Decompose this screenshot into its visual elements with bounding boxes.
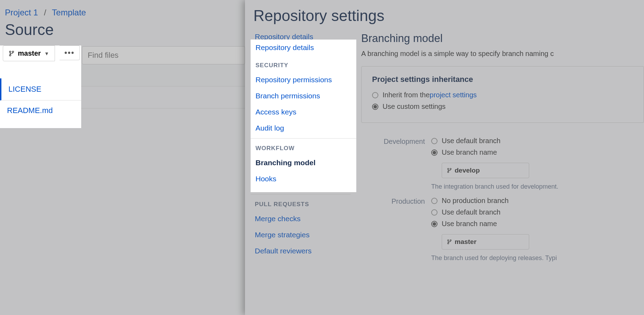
sidebar-item-merge-checks[interactable]: Merge checks — [251, 211, 351, 227]
radio-icon — [431, 221, 438, 227]
more-actions-button[interactable]: ••• — [55, 47, 75, 64]
sidebar-item-hooks[interactable]: Hooks — [251, 160, 351, 176]
breadcrumb-sep: / — [44, 8, 46, 17]
radio-icon — [372, 92, 378, 98]
development-label: Development — [361, 137, 431, 146]
prod-use-default[interactable]: Use default branch — [431, 208, 644, 216]
sidebar-item-access-keys[interactable]: Access keys — [251, 93, 351, 109]
project-settings-link[interactable]: project settings — [430, 91, 477, 99]
settings-sidebar: Repository details SECURITY Repository p… — [245, 29, 351, 266]
dev-branch-select[interactable]: develop — [442, 163, 529, 178]
file-list-item[interactable]: LICENSE — [0, 64, 245, 86]
sidebar-item-branch-permissions[interactable]: Branch permissions — [251, 77, 351, 93]
source-view: Project 1 / Template Source master ▼ •••… — [0, 0, 245, 315]
sidebar-item-audit-log[interactable]: Audit log — [251, 109, 351, 125]
prod-opt3-label: Use branch name — [442, 220, 497, 228]
radio-icon — [372, 104, 378, 110]
sidebar-item-branching-model[interactable]: Branching model — [251, 144, 351, 160]
branching-model-title: Branching model — [361, 32, 644, 45]
breadcrumb-project[interactable]: Project 1 — [5, 8, 38, 17]
sidebar-header-security: SECURITY — [251, 45, 351, 61]
radio-icon — [431, 149, 438, 156]
repository-settings-panel: Repository settings Repository details S… — [245, 0, 644, 315]
radio-icon — [431, 138, 438, 144]
prod-opt2-label: Use default branch — [442, 208, 500, 216]
inherit-opt2-label: Use custom settings — [383, 103, 446, 111]
chevron-down-icon: ▼ — [44, 52, 49, 58]
page-title: Source — [0, 18, 245, 38]
sidebar-header-workflow: WORKFLOW — [251, 127, 351, 144]
dev-opt1-label: Use default branch — [442, 137, 500, 145]
file-list: LICENSE README.md — [0, 64, 245, 108]
sidebar-item-repo-permissions[interactable]: Repository permissions — [251, 61, 351, 77]
dev-use-default[interactable]: Use default branch — [431, 137, 644, 145]
branch-selector-label: master — [18, 51, 41, 59]
prod-help-text: The branch used for deploying releases. … — [431, 254, 644, 262]
sidebar-item-repo-details[interactable]: Repository details — [251, 29, 351, 45]
inheritance-title: Project settings inheritance — [372, 75, 633, 84]
branching-model-desc: A branching model is a simple way to spe… — [361, 50, 644, 58]
inherit-option-custom[interactable]: Use custom settings — [372, 103, 633, 111]
settings-main: Branching model A branching model is a s… — [351, 29, 644, 266]
prod-branch-label: master — [455, 238, 476, 246]
prod-branch-select[interactable]: master — [442, 234, 529, 250]
source-toolbar: master ▼ ••• — [0, 46, 245, 64]
breadcrumb: Project 1 / Template — [0, 0, 245, 18]
production-label: Production — [361, 197, 431, 205]
sidebar-item-hipchat[interactable]: HipChat integration — [251, 176, 351, 192]
sidebar-item-default-reviewers[interactable]: Default reviewers — [251, 243, 351, 259]
branch-icon — [9, 52, 14, 59]
breadcrumb-template[interactable]: Template — [52, 8, 86, 17]
radio-icon — [431, 209, 438, 216]
inheritance-box: Project settings inheritance Inherit fro… — [361, 66, 644, 123]
branch-selector-button[interactable]: master ▼ — [3, 48, 55, 63]
branch-icon — [447, 167, 452, 174]
dev-branch-label: develop — [455, 167, 480, 174]
branch-icon — [447, 239, 452, 245]
file-list-item[interactable]: README.md — [0, 86, 245, 108]
prod-opt1-label: No production branch — [442, 197, 509, 205]
prod-no-branch[interactable]: No production branch — [431, 197, 644, 205]
radio-icon — [431, 198, 438, 204]
find-files-input[interactable] — [82, 46, 245, 64]
inherit-opt1-prefix: Inherit from the — [383, 91, 430, 99]
sidebar-header-pull-requests: PULL REQUESTS — [251, 194, 351, 211]
sidebar-item-merge-strategies[interactable]: Merge strategies — [251, 227, 351, 243]
inherit-option-project[interactable]: Inherit from the project settings — [372, 91, 633, 99]
prod-use-branch-name[interactable]: Use branch name — [431, 220, 644, 228]
dev-opt2-label: Use branch name — [442, 148, 497, 156]
settings-title: Repository settings — [245, 0, 644, 29]
dev-help-text: The integration branch used for developm… — [431, 183, 644, 190]
dev-use-branch-name[interactable]: Use branch name — [431, 148, 644, 156]
